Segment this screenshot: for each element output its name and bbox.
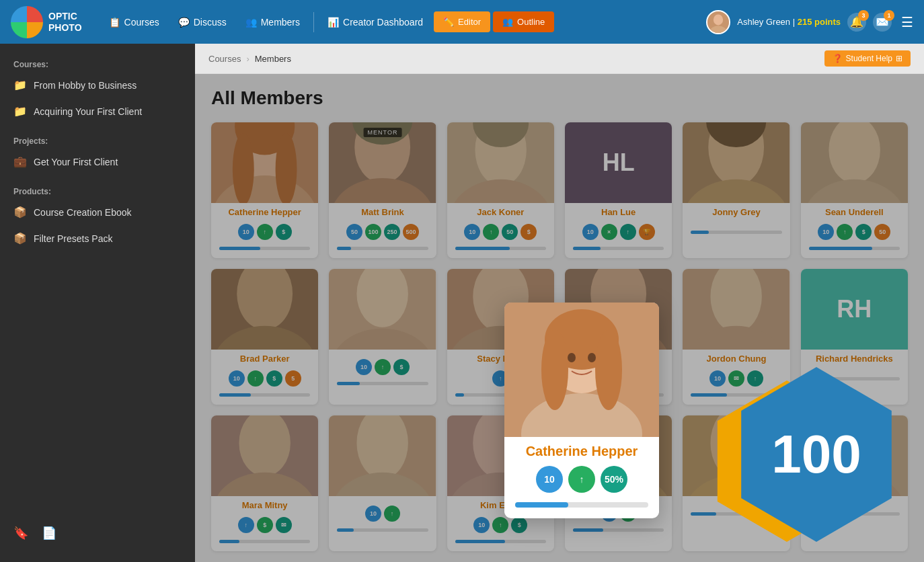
logo-icon xyxy=(11,6,43,38)
sidebar-item-project[interactable]: 💼 Get Your First Client xyxy=(0,149,195,175)
breadcrumb-bar: Courses › Members ❓ Student Help ⊞ xyxy=(195,44,924,74)
courses-icon: 📋 xyxy=(109,17,120,28)
hundred-hexagon: 100 xyxy=(729,367,904,542)
sidebar-item-presets[interactable]: 📦 Filter Presets Pack xyxy=(0,225,195,251)
folder-icon-2: 📁 xyxy=(13,105,27,118)
popup-progress-fill xyxy=(515,502,568,508)
bookmark-icon[interactable]: 🔖 xyxy=(13,526,28,540)
expand-icon: ⊞ xyxy=(896,54,902,63)
pencil-icon: ✏️ xyxy=(443,17,454,27)
svg-point-62 xyxy=(595,329,622,410)
package-icon: 📦 xyxy=(13,232,27,245)
help-icon: ❓ xyxy=(833,54,843,63)
popup-name: Catherine Hepper xyxy=(504,437,659,463)
members-area: All Members Catherine Hepper 10↑$ MENTOR… xyxy=(195,74,924,562)
folder-icon: 📁 xyxy=(13,79,27,91)
popup-badges: 10 ↑ 50% xyxy=(504,463,659,495)
nav-items: 📋 Courses 💬 Discuss 👥 Members 📊 Creator … xyxy=(101,11,701,32)
logo[interactable]: OPTICPHOTO xyxy=(11,6,82,38)
breadcrumb: Courses › Members xyxy=(208,54,291,64)
nav-discuss[interactable]: 💬 Discuss xyxy=(170,13,235,32)
main-content: Courses › Members ❓ Student Help ⊞ All M… xyxy=(195,44,924,562)
breadcrumb-separator: › xyxy=(246,54,249,64)
header-right: Ashley Green | 215 points 🔔 3 ✉️ 1 ☰ xyxy=(706,10,913,34)
projects-section-label: Projects: xyxy=(0,131,195,149)
layout: Courses: 📁 From Hobby to Business 📁 Acqu… xyxy=(0,44,924,562)
svg-point-64 xyxy=(588,353,596,362)
popup-progress-bar xyxy=(515,502,648,508)
breadcrumb-courses[interactable]: Courses xyxy=(208,54,241,64)
user-info: Ashley Green | 215 points xyxy=(737,17,841,27)
sidebar-item-hobby[interactable]: 📁 From Hobby to Business xyxy=(0,72,195,98)
popup-card: Catherine Hepper 10 ↑ 50% xyxy=(504,303,659,518)
hundred-text: 100 xyxy=(771,424,861,485)
members-icon: 👥 xyxy=(245,17,257,28)
note-icon[interactable]: 📄 xyxy=(42,526,56,540)
nav-courses[interactable]: 📋 Courses xyxy=(101,13,167,32)
products-section-label: Products: xyxy=(0,182,195,199)
sidebar-item-client[interactable]: 📁 Acquiring Your First Client xyxy=(0,98,195,124)
sidebar-item-ebook[interactable]: 📦 Course Creation Ebook xyxy=(0,199,195,225)
nav-divider xyxy=(313,12,314,32)
big-100-badge: 100 xyxy=(729,367,904,542)
svg-point-63 xyxy=(568,353,576,362)
notification-message[interactable]: ✉️ 1 xyxy=(873,13,892,32)
breadcrumb-current: Members xyxy=(255,54,291,64)
nav-members[interactable]: 👥 Members xyxy=(237,13,308,32)
sidebar-footer: 🔖 📄 xyxy=(0,515,195,551)
briefcase-icon: 💼 xyxy=(13,155,27,168)
book-icon: 📦 xyxy=(13,206,27,218)
student-help-button[interactable]: ❓ Student Help ⊞ xyxy=(824,50,911,67)
sidebar: Courses: 📁 From Hobby to Business 📁 Acqu… xyxy=(0,44,195,562)
discuss-icon: 💬 xyxy=(178,17,190,28)
outline-icon: 👥 xyxy=(502,17,513,27)
header: OPTICPHOTO 📋 Courses 💬 Discuss 👥 Members… xyxy=(0,0,924,44)
notification-bell[interactable]: 🔔 3 xyxy=(847,13,866,32)
dashboard-icon: 📊 xyxy=(328,17,339,28)
courses-section-label: Courses: xyxy=(0,54,195,72)
svg-point-61 xyxy=(541,329,568,410)
popup-badge-50pct: 50% xyxy=(601,466,627,493)
menu-icon[interactable]: ☰ xyxy=(901,14,913,30)
popup-badge-arrow: ↑ xyxy=(568,466,595,493)
svg-point-1 xyxy=(714,14,723,25)
editor-button[interactable]: ✏️ Editor xyxy=(434,11,490,32)
popup-badge-10: 10 xyxy=(536,466,563,493)
nav-creator-dashboard[interactable]: 📊 Creator Dashboard xyxy=(319,13,431,32)
outline-button[interactable]: 👥 Outline xyxy=(493,11,554,32)
logo-text: OPTICPHOTO xyxy=(48,11,82,34)
avatar xyxy=(706,10,730,34)
